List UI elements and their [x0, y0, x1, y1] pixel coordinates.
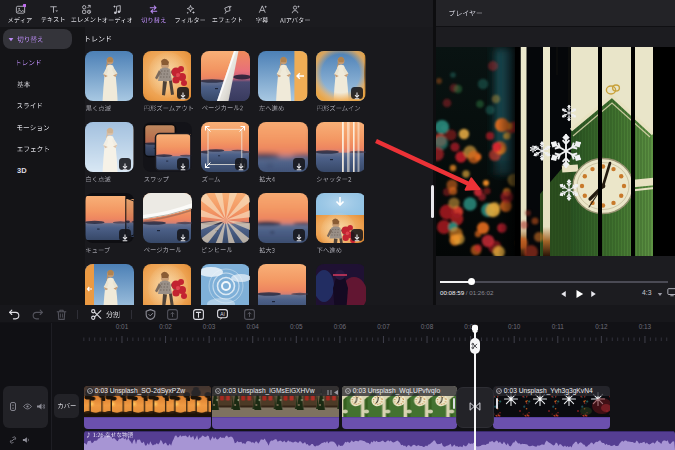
svg-text:AI: AI [220, 312, 225, 317]
